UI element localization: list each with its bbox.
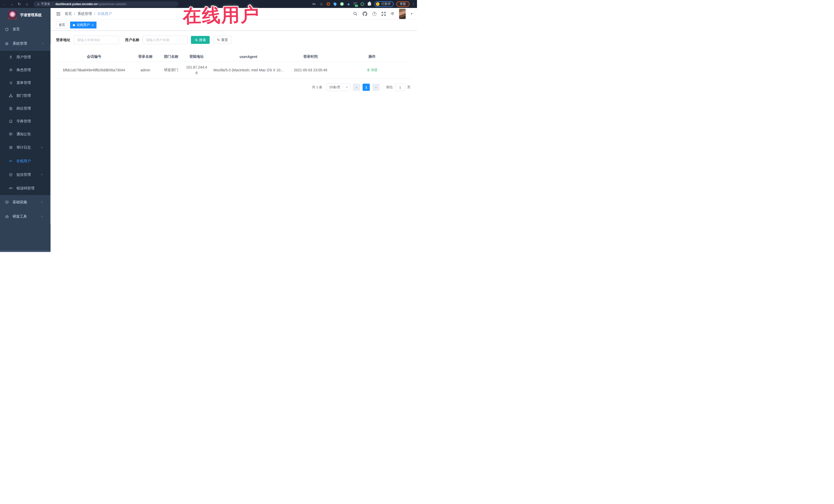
extension-5-icon[interactable]: en — [353, 2, 357, 6]
forward-icon[interactable]: → — [8, 0, 15, 8]
filter-form: 登录地址 用户名称 搜索 ↻ 重置 — [56, 36, 411, 44]
tab-online-users[interactable]: 在线用户 × — [70, 22, 96, 28]
sidebar-toggle-icon[interactable] — [57, 12, 60, 16]
username-input[interactable] — [143, 36, 188, 44]
reset-button[interactable]: ↻ 重置 — [213, 36, 232, 44]
sidebar-bottom-strip — [0, 250, 50, 252]
breadcrumb-system[interactable]: 系统管理 — [78, 12, 92, 16]
page-number-1[interactable]: 1 — [363, 84, 370, 91]
tab-home[interactable]: 首页 — [56, 22, 68, 28]
reload-icon[interactable]: ↻ — [15, 0, 23, 8]
sidebar-item-audit-log[interactable]: 审计日志 — [0, 140, 50, 154]
col-session-id: 会话编号 — [56, 54, 132, 59]
menu-list-icon — [8, 81, 13, 85]
col-department: 部门名称 — [159, 54, 184, 59]
dashboard-icon — [5, 27, 9, 31]
table-header-row: 会话编号 登录名称 部门名称 登陆地址 userAgent 登录时间 操作 — [56, 52, 411, 62]
sidebar-item-posts[interactable]: 岗位管理 — [0, 102, 50, 115]
tags-view: 首页 在线用户 × — [50, 20, 417, 30]
login-address-input[interactable] — [74, 36, 119, 44]
search-button[interactable]: 搜索 — [191, 36, 210, 44]
extension-1-icon[interactable] — [327, 2, 330, 6]
reset-icon: ↻ — [217, 38, 220, 42]
username-cell: admin — [132, 68, 159, 72]
sidebar-item-infrastructure[interactable]: 基础设施 — [0, 195, 50, 210]
sidebar-item-roles[interactable]: 角色管理 — [0, 64, 50, 76]
next-page-button[interactable]: › — [372, 84, 379, 91]
breadcrumb-current: 在线用户 — [97, 12, 112, 16]
online-user-icon — [8, 159, 13, 163]
chevron-down-icon — [41, 200, 44, 203]
browser-menu-icon[interactable]: ⋮ — [412, 2, 415, 6]
app-header: 首页 / 系统管理 / 在线用户 ? tT — [50, 8, 417, 20]
sidebar-item-users[interactable]: 用户管理 — [0, 51, 50, 64]
font-size-icon[interactable]: tT — [391, 12, 394, 16]
user-agent-cell: Mozilla/5.0 (Macintosh; Intel Mac OS X 1… — [210, 68, 287, 72]
fullscreen-icon[interactable] — [381, 12, 386, 16]
divider — [52, 2, 53, 6]
actions-cell: 强退 — [334, 68, 411, 73]
col-login-time: 登录时间 — [287, 54, 334, 59]
chevron-down-icon — [346, 87, 348, 88]
prev-page-button[interactable]: ‹ — [353, 84, 360, 91]
extension-2-icon[interactable] — [334, 2, 336, 6]
chevron-down-icon — [41, 214, 44, 217]
sidebar-item-departments[interactable]: 部门管理 — [0, 89, 50, 102]
sidebar-item-home[interactable]: 首页 — [0, 22, 50, 37]
sidebar-scrollbar[interactable] — [50, 44, 50, 223]
sidebar-item-sms[interactable]: 短信管理 — [0, 168, 50, 181]
shield-check-icon — [8, 173, 13, 177]
sidebar-item-online-users[interactable]: 在线用户 — [0, 154, 50, 168]
url-path: /system/user-session — [97, 2, 126, 6]
paused-badge[interactable]: 已暂停 — [374, 1, 394, 7]
sidebar-item-menus[interactable]: 菜单管理 — [0, 76, 50, 89]
extension-3-icon[interactable]: V — [340, 2, 344, 6]
browser-chrome: ← → ↻ ⌂ ⚠ 不安全 dashboard.yudao.iocoder.cn… — [0, 0, 417, 8]
sidebar: 芋道管理系统 首页 ⚙ 系统管理 用户管理 — [0, 8, 50, 252]
key-icon[interactable] — [312, 2, 316, 6]
col-username: 登录名称 — [132, 54, 159, 59]
system-submenu: 用户管理 角色管理 菜单管理 — [0, 51, 50, 195]
security-label: 不安全 — [41, 2, 50, 6]
ip-cell: 101.87.244.46 — [184, 64, 210, 76]
back-icon[interactable]: ← — [0, 0, 8, 8]
user-icon — [8, 56, 13, 59]
trash-icon — [367, 68, 370, 72]
avatar-caret-icon[interactable]: ▾ — [411, 12, 412, 15]
extension-6-icon[interactable] — [360, 2, 364, 6]
code-icon: </> — [8, 187, 13, 190]
username-label: 用户名称 — [125, 38, 139, 42]
search-icon[interactable] — [353, 12, 357, 16]
search-icon — [195, 39, 198, 42]
sidebar-item-dev-tools[interactable]: 研发工具 — [0, 210, 50, 224]
page-size-select[interactable]: 20条/页 — [326, 83, 350, 91]
home-icon[interactable]: ⌂ — [23, 0, 31, 8]
breadcrumb-home[interactable]: 首页 — [65, 12, 72, 16]
chevron-up-icon — [41, 43, 44, 45]
total-count: 共 1 条 — [312, 85, 322, 90]
github-icon[interactable] — [363, 12, 367, 16]
col-user-agent: userAgent — [210, 54, 287, 59]
bookmark-star-icon[interactable]: ☆ — [320, 2, 323, 6]
extension-4-icon[interactable]: ◆ — [348, 2, 350, 6]
close-icon[interactable]: × — [92, 23, 94, 27]
extensions-puzzle-icon[interactable] — [368, 2, 371, 6]
page-unit-label: 页 — [407, 85, 411, 90]
audit-log-icon — [8, 146, 13, 149]
sidebar-item-dictionary[interactable]: 字典管理 — [0, 115, 50, 128]
update-button[interactable]: 更新 — [396, 1, 410, 7]
goto-page-input[interactable] — [395, 84, 405, 91]
sidebar-item-notices[interactable]: 通知公告 — [0, 128, 50, 140]
app-logo — [8, 10, 17, 20]
address-bar[interactable]: ⚠ 不安全 dashboard.yudao.iocoder.cn /system… — [34, 1, 178, 7]
col-actions: 操作 — [334, 54, 411, 59]
force-logout-button[interactable]: 强退 — [367, 68, 377, 72]
sidebar-item-system[interactable]: ⚙ 系统管理 — [0, 37, 50, 51]
sidebar-item-error-codes[interactable]: </> 错误码管理 — [0, 181, 50, 195]
app-logo-row[interactable]: 芋道管理系统 — [0, 8, 50, 22]
toolbox-icon — [5, 215, 9, 218]
help-icon[interactable]: ? — [372, 12, 376, 16]
browser-toolbar-right: ☆ V ◆ en 已暂停 更新 ⋮ — [310, 0, 417, 8]
app-title: 芋道管理系统 — [20, 13, 42, 18]
user-avatar[interactable] — [399, 9, 406, 19]
